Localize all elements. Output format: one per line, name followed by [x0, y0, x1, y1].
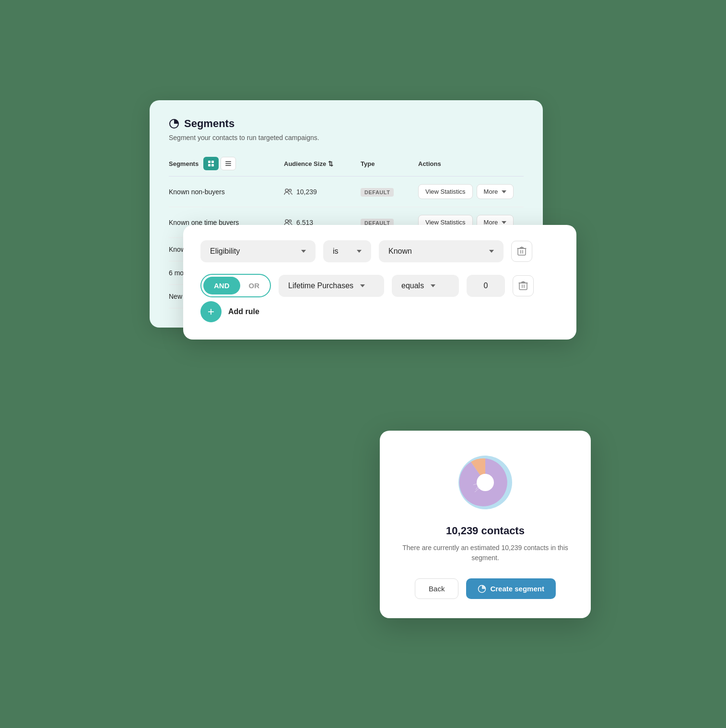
- chevron-down-icon: [502, 221, 506, 224]
- chevron-down-icon: [489, 250, 494, 253]
- audience-cell: 10,239: [284, 188, 361, 196]
- equals-dropdown[interactable]: equals: [392, 275, 459, 297]
- trash-icon: [517, 246, 527, 257]
- view-statistics-button[interactable]: View Statistics: [418, 184, 473, 199]
- and-button[interactable]: AND: [203, 277, 240, 294]
- chevron-down-icon: [357, 250, 362, 253]
- lifetime-purchases-dropdown[interactable]: Lifetime Purchases: [279, 275, 384, 297]
- list-view-button[interactable]: [221, 157, 236, 170]
- chevron-down-icon: [502, 190, 506, 193]
- svg-point-11: [289, 220, 292, 222]
- eligibility-dropdown[interactable]: Eligibility: [200, 240, 316, 262]
- create-segment-button[interactable]: Create segment: [466, 578, 556, 599]
- svg-point-17: [477, 474, 494, 491]
- lifetime-rule-row: AND OR Lifetime Purchases equals: [200, 274, 559, 297]
- rule-builder-panel: Eligibility is Known: [183, 225, 576, 340]
- col-segments: Segments: [169, 160, 199, 167]
- is-dropdown[interactable]: is: [323, 240, 371, 262]
- svg-point-10: [285, 220, 288, 223]
- svg-rect-7: [225, 165, 231, 166]
- row-name: Known non-buyers: [169, 188, 284, 196]
- sort-icon: ⇅: [328, 160, 333, 167]
- known-dropdown[interactable]: Known: [379, 240, 504, 262]
- svg-rect-3: [208, 164, 211, 166]
- confirm-modal: 10,239 contacts There are currently an e…: [380, 431, 591, 618]
- segment-icon: [478, 585, 486, 593]
- table-header: Segments Audience Size ⇅ Type Actions: [169, 153, 524, 176]
- back-button[interactable]: Back: [415, 578, 458, 599]
- segments-icon: [169, 118, 179, 129]
- chevron-down-icon: [431, 284, 435, 287]
- view-toggle[interactable]: [203, 157, 236, 170]
- col-audience[interactable]: Audience Size ⇅: [284, 160, 361, 167]
- panel-title: Segments: [184, 117, 234, 130]
- svg-rect-1: [208, 161, 211, 163]
- svg-rect-12: [518, 248, 526, 255]
- svg-rect-14: [519, 283, 527, 290]
- value-input[interactable]: [467, 275, 505, 297]
- svg-rect-5: [225, 161, 231, 162]
- svg-rect-4: [211, 164, 214, 166]
- actions-cell: View Statistics More: [418, 184, 524, 199]
- svg-rect-6: [225, 163, 231, 164]
- or-button[interactable]: OR: [240, 277, 269, 294]
- add-rule-button[interactable]: +: [200, 301, 222, 322]
- chevron-down-icon: [360, 284, 365, 287]
- modal-actions: Back Create segment: [399, 578, 572, 599]
- contacts-description: There are currently an estimated 10,239 …: [399, 543, 572, 563]
- eligibility-rule-row: Eligibility is Known: [200, 240, 559, 262]
- add-rule-row: + Add rule: [200, 301, 559, 322]
- audience-count: 10,239: [296, 188, 317, 196]
- svg-rect-2: [211, 161, 214, 163]
- pie-chart: [457, 454, 514, 511]
- delete-rule-button-2[interactable]: [513, 275, 534, 296]
- chevron-down-icon: [301, 250, 306, 253]
- table-row: Known non-buyers 10,239 DEFAULT View Sta…: [169, 176, 524, 207]
- more-button[interactable]: More: [477, 184, 514, 199]
- contacts-count: 10,239 contacts: [399, 525, 572, 537]
- grid-view-button[interactable]: [203, 157, 219, 170]
- default-badge: DEFAULT: [361, 188, 394, 197]
- pie-chart-container: [457, 454, 514, 511]
- panel-subtitle: Segment your contacts to run targeted ca…: [169, 134, 524, 141]
- and-or-toggle[interactable]: AND OR: [200, 274, 271, 297]
- svg-point-8: [285, 189, 288, 192]
- type-cell: DEFAULT: [361, 188, 418, 196]
- add-rule-label: Add rule: [228, 307, 259, 316]
- col-actions: Actions: [418, 160, 524, 167]
- trash-icon: [518, 281, 528, 291]
- person-icon: [284, 188, 293, 195]
- col-type: Type: [361, 160, 418, 167]
- delete-rule-button[interactable]: [511, 241, 532, 262]
- panel-header: Segments: [169, 117, 524, 130]
- svg-point-9: [289, 189, 292, 191]
